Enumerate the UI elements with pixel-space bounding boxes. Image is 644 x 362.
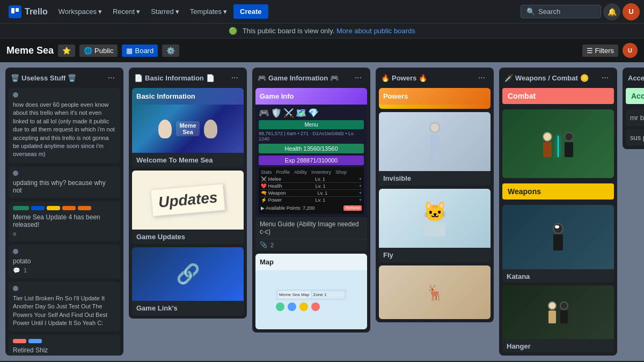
card-useless-3[interactable]: Meme Sea Update 4 has been released! ≡ (9, 202, 120, 241)
card-powers-header[interactable]: Powers (379, 88, 491, 109)
head2 (564, 132, 574, 142)
card-accessories-label[interactable]: Accessories (626, 88, 644, 104)
card-useless-6[interactable]: Retired Shiz ≡ (9, 335, 120, 356)
card-map[interactable]: Map Meme Sea Map Zone 1 (255, 254, 367, 329)
column-title-powers: Powers (392, 74, 416, 82)
hanger-char2 (560, 301, 568, 323)
available-points: ▶ Available Points: 7,200Refund (261, 204, 362, 212)
body2 (565, 142, 573, 157)
combat-char1 (543, 132, 552, 157)
fly-title: Fly (379, 248, 491, 262)
column-menu-button[interactable]: ··· (475, 72, 488, 84)
card-combat-label[interactable]: Combat (502, 88, 614, 104)
globe-icon: 🌐 (84, 47, 92, 55)
char-head (429, 122, 440, 133)
customize-button[interactable]: ⚙️ (162, 45, 179, 57)
starred-label: Starred (151, 8, 174, 16)
search-label: Search (538, 8, 560, 16)
templates-label: Templates (190, 8, 222, 16)
card-sus-pals[interactable]: sus pals (10%) (626, 129, 644, 146)
column-menu-button[interactable]: ··· (598, 72, 612, 84)
filters-label: Filters (595, 47, 614, 55)
card-game-updates[interactable]: Updates Game Updates (132, 171, 244, 244)
attachment-icon: 📎 (260, 241, 267, 248)
animal-emoji: 🦌 (426, 284, 444, 301)
column-menu-button[interactable]: ··· (228, 72, 241, 84)
head1 (543, 132, 552, 142)
stat-health: ❤️ HealthLv. 1+ (261, 183, 362, 190)
card-useless-1[interactable]: how does over 60 people even know about … (9, 88, 120, 163)
visibility-button[interactable]: 🌐 Public (79, 45, 118, 57)
column-header-weapons: 🗡️ Weapons / Combat 🪙 ··· (499, 68, 617, 88)
banner-characters: MemeSea (158, 120, 217, 138)
emoji-row: 🎮🛡️⚔️🗺️💎 (259, 108, 364, 118)
visibility-label: Public (94, 47, 113, 55)
column-weapons-combat: 🗡️ Weapons / Combat 🪙 ··· Combat (499, 68, 617, 356)
search-icon: 🔍 (526, 8, 535, 16)
map-header: Map (255, 254, 367, 270)
bunny-ears (555, 225, 559, 228)
card-useless-4[interactable]: potato 💬 1 (9, 245, 120, 278)
column-cards-weapons: Combat (499, 88, 617, 356)
card-weapons-label[interactable]: Weapons (502, 183, 614, 200)
board-view-button[interactable]: ▦ Board (122, 45, 158, 57)
card-invisible[interactable]: Invisible (379, 112, 491, 186)
card-basic-info[interactable]: Basic Information MemeSea Welcome To Mem… (132, 88, 244, 167)
gamepad-icon: 🎮 (258, 74, 266, 82)
card-power-extra[interactable]: 🦌 (379, 265, 491, 319)
doc-icon2: 📄 (206, 74, 215, 82)
card-footer-game: 📎 2 (255, 239, 367, 250)
map-grid: Meme Sea Map Zone 1 (276, 289, 347, 300)
recent-button[interactable]: Recent ▾ (108, 5, 144, 18)
star-button[interactable]: ⭐ (58, 45, 75, 57)
card-hanger[interactable]: Hanger (502, 285, 614, 352)
card-color-dot (13, 249, 18, 254)
column-cards-powers: Powers Invisible (376, 88, 494, 322)
trello-logo[interactable]: Trello (4, 3, 52, 20)
card-useless-5[interactable]: Tier List Broken Rn So I'll Update It An… (9, 282, 120, 332)
invisible-title: Invisible (379, 171, 491, 186)
filters-button[interactable]: ☰ Filters (582, 45, 618, 57)
circle-green (276, 302, 284, 311)
notice-icon: 🟢 (229, 27, 237, 35)
board-avatar[interactable]: U (623, 43, 638, 58)
label-yellow (47, 206, 60, 210)
column-menu-button[interactable]: ··· (352, 72, 365, 84)
card-mr-beast[interactable]: mr beast (5%) (626, 109, 644, 126)
fly-char: 🐱 (423, 201, 447, 237)
workspaces-button[interactable]: Workspaces ▾ (54, 5, 106, 18)
search-bar[interactable]: 🔍 Search (521, 5, 601, 18)
notifications-button[interactable]: 🔔 (603, 3, 620, 20)
card-game-info[interactable]: Game Info 🎮🛡️⚔️🗺️💎 Menu 98,761,572 | 6am… (255, 88, 367, 250)
char-legs (430, 151, 440, 161)
card-katana[interactable]: Katana (502, 205, 614, 282)
card-useless-2[interactable]: updating this why? because why not (9, 166, 120, 198)
links-title: Game Link's (132, 301, 244, 315)
starred-button[interactable]: Starred ▾ (147, 5, 184, 18)
stat-power: ⚡ PowerLv. 1+ (261, 197, 362, 203)
char-body (430, 134, 440, 150)
cat-emoji: 🐱 (423, 201, 447, 223)
column-title-game: Game Information (268, 74, 328, 82)
sus-pals-text: sus pals (10%) (630, 134, 644, 142)
char1 (158, 120, 172, 138)
hanger-char1 (548, 301, 557, 323)
board-header: Meme Sea ⭐ 🌐 Public ▦ Board ⚙️ ☰ Filters… (0, 39, 644, 62)
circle-yellow (299, 302, 308, 311)
map-cell2: Zone 1 (312, 291, 345, 298)
more-about-boards-link[interactable]: More about public boards (336, 27, 415, 35)
column-menu-button[interactable]: ··· (105, 72, 118, 84)
updates-visual: Updates (151, 187, 224, 213)
card-fly[interactable]: 🐱 Fly (379, 189, 491, 262)
health-bar: Health 13560/13560 (259, 144, 364, 153)
invisible-char (421, 120, 448, 163)
create-button[interactable]: Create (233, 4, 268, 19)
label-orange (62, 206, 76, 210)
card-footer-title: Welcome To Meme Sea (132, 153, 244, 167)
card-combat-image[interactable] (502, 109, 614, 178)
avatar[interactable]: U (623, 3, 640, 20)
notice-bar: 🟢 This public board is view only. More a… (0, 24, 644, 39)
templates-button[interactable]: Templates ▾ (186, 5, 231, 18)
trello-icon (9, 5, 21, 18)
card-game-links[interactable]: 🔗 Game Link's (132, 247, 244, 315)
